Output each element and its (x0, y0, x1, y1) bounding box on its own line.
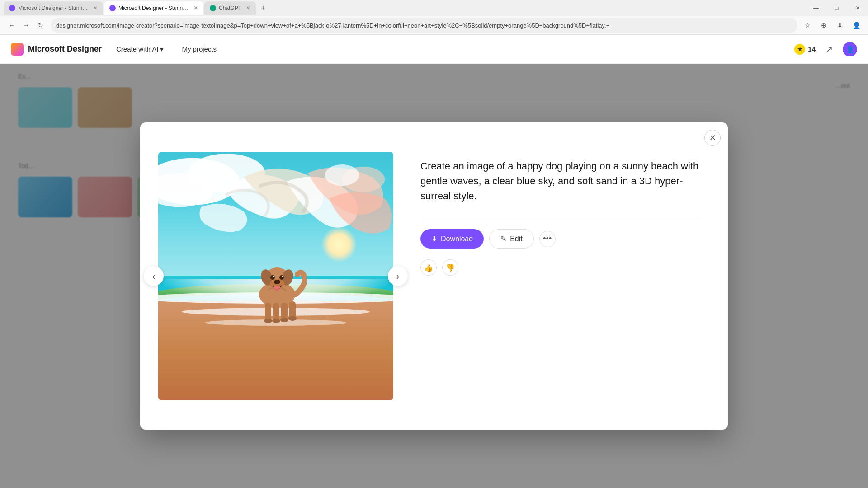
svg-rect-18 (281, 303, 288, 320)
back-button[interactable]: ← (5, 19, 18, 32)
more-options-button[interactable]: ••• (539, 231, 556, 247)
thumbs-down-button[interactable]: 👎 (442, 259, 458, 276)
coins-badge[interactable]: ★ 14 (794, 44, 816, 55)
svg-point-22 (280, 318, 288, 322)
next-arrow-icon: › (396, 271, 400, 282)
generated-image (158, 152, 393, 400)
create-ai-dropdown-icon: ▾ (160, 45, 164, 53)
tab-1-close[interactable]: ✕ (93, 5, 98, 11)
prev-image-button[interactable]: ‹ (144, 266, 164, 286)
svg-point-23 (288, 316, 297, 321)
tab-2-close[interactable]: ✕ (193, 5, 198, 11)
logo-area: Microsoft Designer (11, 43, 102, 56)
create-with-ai-label: Create with AI (116, 45, 158, 53)
url-bar[interactable]: designer.microsoft.com/image-creator?sce… (51, 18, 797, 33)
tab-1-favicon (9, 5, 15, 11)
edit-label: Edit (510, 235, 523, 243)
tab-2-title: Microsoft Designer - Stunning (118, 5, 189, 11)
favorites-icon[interactable]: ☆ (801, 19, 814, 32)
svg-point-20 (264, 319, 272, 323)
modal-info-section: Create an image of a happy dog playing o… (411, 122, 728, 430)
new-tab-button[interactable]: + (257, 2, 269, 14)
svg-point-4 (325, 164, 359, 186)
tab-3-favicon (210, 5, 216, 11)
next-image-button[interactable]: › (388, 266, 408, 286)
image-modal: ✕ ‹ (140, 122, 728, 430)
modal-close-button[interactable]: ✕ (704, 130, 721, 146)
edit-icon: ✎ (500, 235, 506, 243)
tab-3[interactable]: ChatGPT ✕ (204, 1, 256, 15)
svg-point-14 (273, 276, 274, 277)
svg-point-21 (272, 319, 280, 323)
sun (321, 226, 357, 263)
close-window-button[interactable]: ✕ (847, 0, 868, 16)
navigation-buttons: ← → ↻ (5, 19, 47, 32)
avatar-icon: 👤 (846, 46, 854, 53)
profile-icon[interactable]: 👤 (850, 19, 863, 32)
user-avatar[interactable]: 👤 (843, 42, 857, 56)
forward-button[interactable]: → (20, 19, 33, 32)
coin-icon: ★ (794, 44, 805, 55)
dog (248, 249, 307, 331)
prev-arrow-icon: ‹ (152, 271, 156, 282)
svg-rect-17 (273, 303, 279, 321)
tab-2[interactable]: Microsoft Designer - Stunning ✕ (104, 1, 203, 15)
svg-rect-19 (289, 301, 296, 319)
create-with-ai-nav[interactable]: Create with AI ▾ (113, 43, 167, 55)
browser-chrome: Microsoft Designer - Stunning ✕ Microsof… (0, 0, 868, 35)
download-icon: ⬇ (431, 235, 437, 243)
my-projects-nav[interactable]: My projects (178, 43, 220, 55)
image-description: Create an image of a happy dog playing o… (420, 159, 701, 218)
download-label: Download (441, 235, 473, 243)
feedback-buttons: 👍 👎 (420, 259, 701, 276)
tab-bar: Microsoft Designer - Stunning ✕ Microsof… (0, 0, 868, 16)
svg-rect-16 (265, 303, 271, 321)
collections-icon[interactable]: ⊕ (817, 19, 830, 32)
tab-1-title: Microsoft Designer - Stunning (18, 5, 89, 11)
address-bar: ← → ↻ designer.microsoft.com/image-creat… (0, 16, 868, 34)
logo-icon (11, 43, 24, 56)
svg-point-15 (282, 276, 283, 277)
refresh-button[interactable]: ↻ (34, 19, 47, 32)
logo-text: Microsoft Designer (28, 44, 102, 54)
tab-1[interactable]: Microsoft Designer - Stunning ✕ (4, 1, 103, 15)
thumbs-down-icon: 👎 (446, 263, 455, 272)
header-right: ★ 14 ↗ 👤 (794, 42, 857, 56)
beach-scene (158, 152, 393, 400)
tab-3-title: ChatGPT (219, 5, 241, 11)
modal-image-section: ‹ (140, 122, 411, 430)
minimize-button[interactable]: — (806, 0, 826, 16)
tab-3-close[interactable]: ✕ (246, 5, 250, 11)
maximize-button[interactable]: □ (826, 0, 847, 16)
app-header: Microsoft Designer Create with AI ▾ My p… (0, 35, 868, 64)
svg-point-12 (270, 275, 275, 280)
edit-button[interactable]: ✎ Edit (489, 229, 534, 249)
url-text: designer.microsoft.com/image-creator?sce… (56, 22, 609, 29)
more-icon: ••• (543, 234, 552, 244)
app-content: Ex... Tod... ...out ✕ ‹ (0, 64, 868, 488)
svg-point-10 (274, 280, 280, 284)
download-icon[interactable]: ⬇ (834, 19, 846, 32)
window-controls: — □ ✕ (806, 0, 868, 16)
coins-count: 14 (808, 45, 816, 53)
my-projects-label: My projects (182, 45, 217, 53)
thumbs-up-icon: 👍 (424, 263, 433, 272)
close-icon: ✕ (709, 133, 716, 143)
modal-overlay[interactable]: ✕ ‹ (0, 64, 868, 488)
share-button[interactable]: ↗ (823, 43, 835, 56)
thumbs-up-button[interactable]: 👍 (420, 259, 437, 276)
svg-point-13 (279, 275, 284, 280)
download-button[interactable]: ⬇ Download (420, 229, 484, 249)
action-buttons: ⬇ Download ✎ Edit ••• (420, 229, 701, 249)
browser-actions: ☆ ⊕ ⬇ 👤 (801, 19, 863, 32)
tab-2-favicon (109, 5, 116, 11)
